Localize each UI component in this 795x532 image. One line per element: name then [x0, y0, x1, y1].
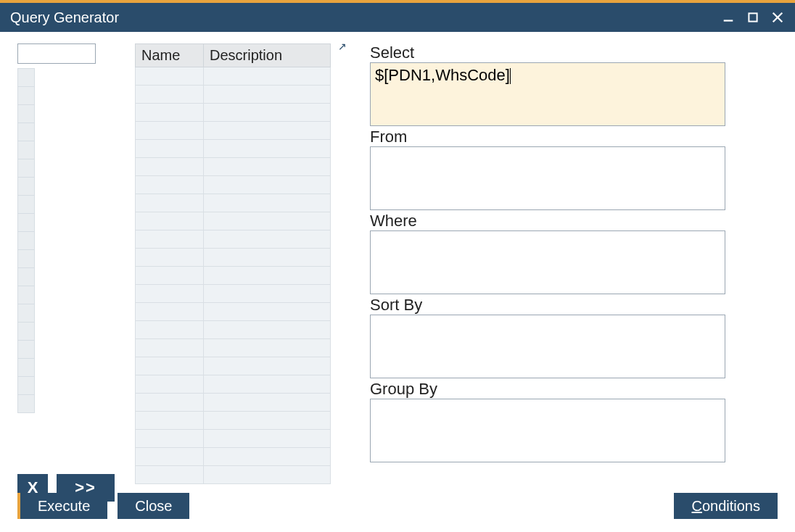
- table-row[interactable]: [17, 377, 35, 395]
- grid-cell-description[interactable]: [204, 321, 331, 339]
- grid-row[interactable]: [136, 357, 331, 375]
- fields-grid[interactable]: Name Description: [135, 43, 331, 484]
- expand-icon[interactable]: ↗: [338, 41, 347, 52]
- table-row[interactable]: [17, 304, 35, 323]
- grid-cell-name[interactable]: [136, 466, 204, 484]
- grid-cell-description[interactable]: [204, 357, 331, 375]
- grid-cell-description[interactable]: [204, 394, 331, 412]
- grid-cell-name[interactable]: [136, 303, 204, 321]
- grid-row[interactable]: [136, 394, 331, 412]
- conditions-button[interactable]: Conditions: [674, 493, 778, 519]
- grid-row[interactable]: [136, 104, 331, 122]
- groupby-field[interactable]: [370, 399, 725, 462]
- table-row[interactable]: [17, 159, 35, 178]
- from-field[interactable]: [370, 146, 725, 210]
- table-row[interactable]: [17, 395, 35, 413]
- close-icon[interactable]: [770, 10, 785, 25]
- grid-cell-description[interactable]: [204, 104, 331, 122]
- table-row[interactable]: [17, 232, 35, 250]
- table-row[interactable]: [17, 196, 35, 214]
- grid-cell-name[interactable]: [136, 394, 204, 412]
- execute-button[interactable]: Execute: [17, 493, 107, 519]
- table-row[interactable]: [17, 214, 35, 232]
- grid-cell-description[interactable]: [204, 194, 331, 212]
- table-row[interactable]: [17, 268, 35, 286]
- grid-cell-name[interactable]: [136, 122, 204, 140]
- grid-row[interactable]: [136, 122, 331, 140]
- grid-cell-name[interactable]: [136, 267, 204, 285]
- grid-cell-description[interactable]: [204, 176, 331, 194]
- grid-row[interactable]: [136, 194, 331, 212]
- grid-cell-description[interactable]: [204, 249, 331, 267]
- grid-row[interactable]: [136, 430, 331, 448]
- table-row[interactable]: [17, 286, 35, 304]
- grid-cell-description[interactable]: [204, 212, 331, 230]
- grid-cell-name[interactable]: [136, 176, 204, 194]
- grid-cell-name[interactable]: [136, 430, 204, 448]
- column-name[interactable]: Name: [136, 44, 204, 67]
- grid-cell-name[interactable]: [136, 285, 204, 303]
- sortby-field[interactable]: [370, 315, 725, 378]
- grid-row[interactable]: [136, 466, 331, 484]
- grid-cell-description[interactable]: [204, 466, 331, 484]
- grid-row[interactable]: [136, 212, 331, 230]
- grid-cell-name[interactable]: [136, 104, 204, 122]
- grid-row[interactable]: [136, 230, 331, 249]
- select-field[interactable]: $[PDN1,WhsCode]: [370, 62, 725, 126]
- grid-row[interactable]: [136, 86, 331, 104]
- grid-cell-description[interactable]: [204, 412, 331, 430]
- grid-cell-description[interactable]: [204, 448, 331, 466]
- grid-cell-name[interactable]: [136, 339, 204, 357]
- tables-list[interactable]: [17, 68, 35, 413]
- filter-input[interactable]: [17, 43, 96, 64]
- grid-cell-name[interactable]: [136, 158, 204, 176]
- minimize-icon[interactable]: [721, 10, 736, 25]
- grid-cell-name[interactable]: [136, 249, 204, 267]
- table-row[interactable]: [17, 123, 35, 141]
- grid-cell-name[interactable]: [136, 357, 204, 375]
- grid-cell-name[interactable]: [136, 412, 204, 430]
- grid-row[interactable]: [136, 140, 331, 158]
- table-row[interactable]: [17, 69, 35, 87]
- grid-cell-description[interactable]: [204, 267, 331, 285]
- table-row[interactable]: [17, 105, 35, 123]
- grid-cell-description[interactable]: [204, 140, 331, 158]
- table-row[interactable]: [17, 87, 35, 105]
- grid-cell-description[interactable]: [204, 339, 331, 357]
- maximize-icon[interactable]: [746, 10, 760, 25]
- grid-row[interactable]: [136, 176, 331, 194]
- table-row[interactable]: [17, 359, 35, 377]
- grid-cell-name[interactable]: [136, 375, 204, 394]
- table-row[interactable]: [17, 250, 35, 268]
- grid-row[interactable]: [136, 158, 331, 176]
- grid-row[interactable]: [136, 267, 331, 285]
- grid-cell-description[interactable]: [204, 67, 331, 86]
- grid-row[interactable]: [136, 321, 331, 339]
- grid-cell-name[interactable]: [136, 212, 204, 230]
- grid-row[interactable]: [136, 448, 331, 466]
- table-row[interactable]: [17, 141, 35, 159]
- grid-cell-name[interactable]: [136, 67, 204, 86]
- grid-cell-description[interactable]: [204, 230, 331, 249]
- close-button[interactable]: Close: [118, 493, 189, 519]
- grid-cell-name[interactable]: [136, 194, 204, 212]
- grid-cell-name[interactable]: [136, 321, 204, 339]
- grid-cell-description[interactable]: [204, 158, 331, 176]
- grid-cell-description[interactable]: [204, 86, 331, 104]
- grid-row[interactable]: [136, 285, 331, 303]
- grid-cell-description[interactable]: [204, 285, 331, 303]
- grid-cell-description[interactable]: [204, 430, 331, 448]
- table-row[interactable]: [17, 178, 35, 196]
- grid-row[interactable]: [136, 249, 331, 267]
- grid-cell-name[interactable]: [136, 86, 204, 104]
- where-field[interactable]: [370, 230, 725, 294]
- grid-cell-description[interactable]: [204, 375, 331, 394]
- grid-row[interactable]: [136, 303, 331, 321]
- grid-cell-description[interactable]: [204, 303, 331, 321]
- grid-cell-name[interactable]: [136, 140, 204, 158]
- grid-cell-name[interactable]: [136, 230, 204, 249]
- column-description[interactable]: Description: [204, 44, 331, 67]
- grid-row[interactable]: [136, 412, 331, 430]
- grid-row[interactable]: [136, 375, 331, 394]
- grid-row[interactable]: [136, 339, 331, 357]
